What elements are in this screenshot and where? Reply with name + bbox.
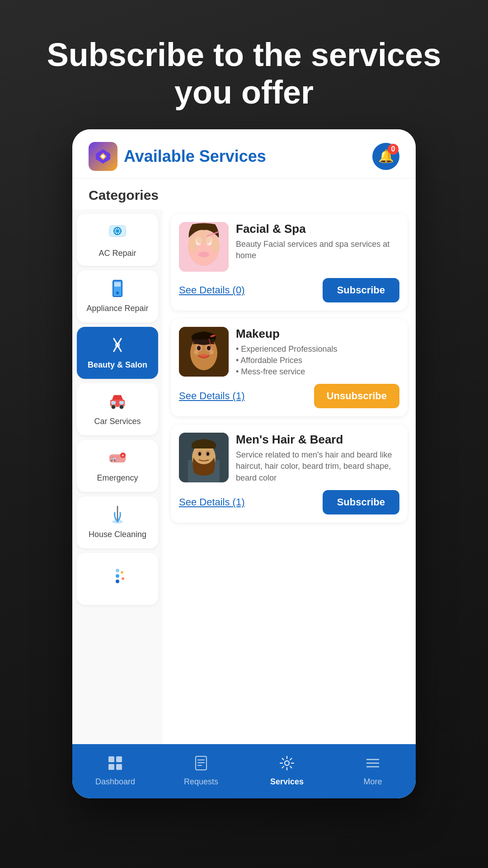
sidebar-label-house-cleaning: House Cleaning <box>89 530 146 540</box>
phone-card: Available Services 🔔 0 Categories <box>72 129 416 798</box>
notification-badge: 0 <box>388 144 399 155</box>
app-header-title: Available Services <box>124 147 266 166</box>
makeup-desc: • Experienced Professionals • Affordable… <box>236 344 399 378</box>
sidebar-item-appliance-repair[interactable]: Appliance Repair <box>77 270 158 322</box>
sidebar-label-beauty-salon: Beauty & Salon <box>88 360 147 370</box>
svg-point-59 <box>198 452 201 456</box>
svg-point-49 <box>209 350 214 354</box>
svg-point-69 <box>285 761 289 765</box>
facial-name: Facial & Spa <box>236 222 399 236</box>
nav-item-dashboard[interactable]: Dashboard <box>72 755 158 787</box>
beard-actions: See Details (1) Subscribe <box>179 490 399 514</box>
svg-point-45 <box>197 346 201 350</box>
nav-item-services[interactable]: Services <box>244 755 330 787</box>
nav-label-requests: Requests <box>184 777 218 787</box>
makeup-see-details[interactable]: See Details (1) <box>179 390 245 402</box>
car-services-icon <box>108 392 127 413</box>
svg-text:🚑: 🚑 <box>110 456 116 462</box>
facial-info: Facial & Spa Beauty Facial services and … <box>236 222 399 272</box>
hero-title: Subscribe to the services you offer <box>0 0 488 129</box>
svg-point-38 <box>211 236 219 253</box>
svg-point-28 <box>121 571 123 574</box>
main-content: AC Repair Appliance Repair <box>72 209 416 744</box>
svg-point-16 <box>119 405 124 409</box>
sidebar-item-beauty-salon[interactable]: Beauty & Salon <box>77 327 158 379</box>
facial-image <box>179 222 229 272</box>
notification-button[interactable]: 🔔 0 <box>372 143 399 170</box>
nav-item-requests[interactable]: Requests <box>158 755 244 787</box>
more-icon <box>108 566 127 588</box>
dashboard-icon <box>108 755 123 774</box>
svg-rect-9 <box>114 282 121 287</box>
svg-point-25 <box>116 569 119 572</box>
svg-rect-18 <box>119 401 124 404</box>
beard-subscribe-button[interactable]: Subscribe <box>323 490 399 514</box>
svg-point-1 <box>101 155 105 158</box>
sidebar-item-car-services[interactable]: Car Services <box>77 383 158 435</box>
svg-point-29 <box>122 577 124 580</box>
svg-point-46 <box>207 346 211 350</box>
svg-point-47 <box>199 354 208 358</box>
beard-see-details[interactable]: See Details (1) <box>179 496 245 508</box>
nav-item-more[interactable]: More <box>330 755 416 787</box>
svg-rect-61 <box>108 756 114 762</box>
svg-point-10 <box>116 292 119 294</box>
more-nav-icon <box>365 755 380 774</box>
nav-label-services: Services <box>270 777 304 787</box>
facial-see-details[interactable]: See Details (0) <box>179 284 245 296</box>
beauty-salon-icon <box>108 335 127 357</box>
sidebar-item-ac-repair[interactable]: AC Repair <box>77 214 158 266</box>
ac-repair-icon <box>108 221 127 245</box>
svg-point-26 <box>116 574 119 578</box>
sidebar: AC Repair Appliance Repair <box>72 209 163 744</box>
emergency-icon: 🚑 + <box>108 448 127 470</box>
services-icon <box>279 755 295 774</box>
nav-label-dashboard: Dashboard <box>95 777 135 787</box>
beard-desc: Service related to men's hair and beard … <box>236 449 399 484</box>
svg-rect-17 <box>111 401 116 404</box>
beard-image <box>179 433 229 482</box>
nav-label-more: More <box>363 777 382 787</box>
svg-point-48 <box>194 350 198 354</box>
beard-name: Men's Hair & Beard <box>236 433 399 447</box>
app-header: Available Services 🔔 0 <box>72 129 416 179</box>
sidebar-label-emergency: Emergency <box>97 473 138 483</box>
app-logo-area: Available Services <box>89 142 266 171</box>
appliance-repair-icon <box>108 278 127 300</box>
makeup-actions: See Details (1) Unsubscribe <box>179 384 399 408</box>
service-list: Facial & Spa Beauty Facial services and … <box>163 209 416 744</box>
categories-label: Categories <box>72 179 416 209</box>
makeup-name: Makeup <box>236 327 399 341</box>
sidebar-item-more[interactable] <box>77 553 158 605</box>
sidebar-label-car-services: Car Services <box>94 417 141 427</box>
sidebar-label-appliance-repair: Appliance Repair <box>86 304 148 314</box>
service-top-makeup: Makeup • Experienced Professionals • Aff… <box>179 327 399 378</box>
svg-rect-62 <box>116 756 122 762</box>
makeup-bullet-3: • Mess-free service <box>236 366 399 377</box>
service-top-beard: Men's Hair & Beard Service related to me… <box>179 433 399 484</box>
svg-rect-63 <box>108 764 114 770</box>
svg-point-37 <box>189 236 196 253</box>
sidebar-label-ac-repair: AC Repair <box>99 249 136 259</box>
svg-point-15 <box>111 405 116 409</box>
requests-icon <box>193 755 209 774</box>
makeup-unsubscribe-button[interactable]: Unsubscribe <box>314 384 399 408</box>
svg-point-60 <box>206 452 209 456</box>
service-card-makeup: Makeup • Experienced Professionals • Aff… <box>171 319 408 417</box>
sidebar-item-emergency[interactable]: 🚑 + Emergency <box>77 440 158 492</box>
makeup-bullet-1: • Experienced Professionals <box>236 344 399 355</box>
svg-text:+: + <box>122 453 124 458</box>
facial-desc: Beauty Facial services and spa services … <box>236 239 399 261</box>
app-logo <box>89 142 117 171</box>
service-top-facial: Facial & Spa Beauty Facial services and … <box>179 222 399 272</box>
makeup-info: Makeup • Experienced Professionals • Aff… <box>236 327 399 378</box>
beard-info: Men's Hair & Beard Service related to me… <box>236 433 399 484</box>
makeup-bullet-2: • Affordable Prices <box>236 355 399 366</box>
bottom-nav: Dashboard Requests Services <box>72 744 416 798</box>
service-card-mens-hair: Men's Hair & Beard Service related to me… <box>171 425 408 523</box>
svg-point-35 <box>198 252 209 257</box>
makeup-image <box>179 327 229 377</box>
sidebar-item-house-cleaning[interactable]: House Cleaning <box>77 496 158 548</box>
facial-subscribe-button[interactable]: Subscribe <box>323 278 399 302</box>
svg-point-27 <box>116 580 119 583</box>
